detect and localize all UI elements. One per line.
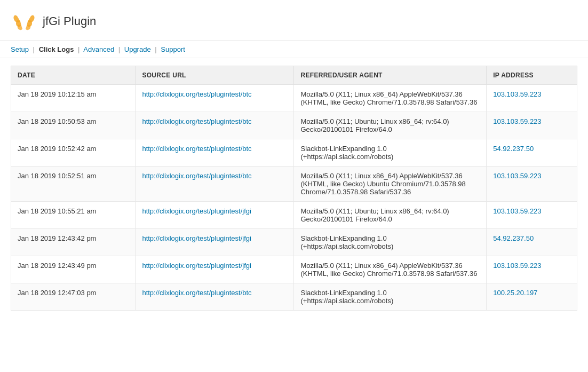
cell-ip: 103.103.59.223 [487, 256, 577, 283]
ip-link[interactable]: 103.103.59.223 [493, 117, 541, 125]
nav-upgrade[interactable]: Upgrade [124, 45, 151, 53]
cell-ip: 103.103.59.223 [487, 112, 577, 139]
ip-link[interactable]: 103.103.59.223 [493, 262, 541, 270]
cell-user-agent: Mozilla/5.0 (X11; Linux x86_64) AppleWeb… [294, 256, 487, 283]
nav-sep-3: | [118, 45, 120, 53]
cell-user-agent: Slackbot-LinkExpanding 1.0 (+https://api… [294, 229, 487, 256]
cell-ip: 54.92.237.50 [487, 139, 577, 167]
cell-date: Jan 18 2019 10:12:15 am [11, 85, 136, 112]
ip-link[interactable]: 103.103.59.223 [493, 207, 541, 215]
table-row: Jan 18 2019 10:50:53 amhttp://clixlogix.… [11, 112, 577, 139]
cell-user-agent: Slackbot-LinkExpanding 1.0 (+https://api… [294, 139, 487, 167]
ip-link[interactable]: 54.92.237.50 [493, 145, 534, 153]
cell-user-agent: Mozilla/5.0 (X11; Ubuntu; Linux x86_64; … [294, 112, 487, 139]
cell-source-url: http://clixlogix.org/test/plugintest/btc [136, 85, 294, 112]
source-url-link[interactable]: http://clixlogix.org/test/plugintest/jfg… [142, 234, 251, 242]
cell-source-url: http://clixlogix.org/test/plugintest/btc [136, 283, 294, 311]
table-row: Jan 18 2019 10:12:15 amhttp://clixlogix.… [11, 85, 577, 112]
cell-date: Jan 18 2019 12:47:03 pm [11, 283, 136, 311]
table-row: Jan 18 2019 10:52:42 amhttp://clixlogix.… [11, 139, 577, 167]
logs-table-container: DATE SOURCE URL REFERRED/USER AGENT IP A… [0, 60, 588, 316]
cell-source-url: http://clixlogix.org/test/plugintest/btc [136, 139, 294, 167]
nav-sep-4: | [155, 45, 156, 53]
cell-ip: 103.103.59.223 [487, 85, 577, 112]
cell-source-url: http://clixlogix.org/test/plugintest/jfg… [136, 202, 294, 229]
table-row: Jan 18 2019 12:43:42 pmhttp://clixlogix.… [11, 229, 577, 256]
cell-source-url: http://clixlogix.org/test/plugintest/jfg… [136, 229, 294, 256]
cell-ip: 54.92.237.50 [487, 229, 577, 256]
page-title: jfGi Plugin [43, 14, 96, 28]
table-row: Jan 18 2019 10:55:21 amhttp://clixlogix.… [11, 202, 577, 229]
source-url-link[interactable]: http://clixlogix.org/test/plugintest/btc [142, 172, 251, 180]
table-row: Jan 18 2019 12:43:49 pmhttp://clixlogix.… [11, 256, 577, 283]
nav-sep-2: | [78, 45, 80, 53]
cell-user-agent: Mozilla/5.0 (X11; Linux x86_64) AppleWeb… [294, 85, 487, 112]
table-header-row: DATE SOURCE URL REFERRED/USER AGENT IP A… [11, 66, 577, 85]
cell-source-url: http://clixlogix.org/test/plugintest/jfg… [136, 256, 294, 283]
table-row: Jan 18 2019 10:52:51 amhttp://clixlogix.… [11, 167, 577, 202]
nav-click-logs: Click Logs [39, 45, 74, 53]
cell-date: Jan 18 2019 12:43:49 pm [11, 256, 136, 283]
col-source-url: SOURCE URL [136, 66, 294, 85]
nav-sep-1: | [33, 45, 35, 53]
ip-link[interactable]: 103.103.59.223 [493, 172, 541, 180]
table-row: Jan 18 2019 12:47:03 pmhttp://clixlogix.… [11, 283, 577, 311]
nav-support[interactable]: Support [161, 45, 185, 53]
logs-table: DATE SOURCE URL REFERRED/USER AGENT IP A… [11, 66, 577, 311]
app-header: jfGi Plugin [0, 0, 588, 41]
source-url-link[interactable]: http://clixlogix.org/test/plugintest/jfg… [142, 207, 251, 215]
cell-date: Jan 18 2019 10:52:42 am [11, 139, 136, 167]
ip-link[interactable]: 100.25.20.197 [493, 289, 537, 297]
col-date: DATE [11, 66, 136, 85]
source-url-link[interactable]: http://clixlogix.org/test/plugintest/jfg… [142, 262, 251, 270]
col-user-agent: REFERRED/USER AGENT [294, 66, 487, 85]
cell-date: Jan 18 2019 10:55:21 am [11, 202, 136, 229]
cell-user-agent: Mozilla/5.0 (X11; Ubuntu; Linux x86_64; … [294, 202, 487, 229]
nav-setup[interactable]: Setup [11, 45, 29, 53]
cell-source-url: http://clixlogix.org/test/plugintest/btc [136, 167, 294, 202]
ip-link[interactable]: 54.92.237.50 [493, 234, 534, 242]
cell-user-agent: Mozilla/5.0 (X11; Linux x86_64) AppleWeb… [294, 167, 487, 202]
source-url-link[interactable]: http://clixlogix.org/test/plugintest/btc [142, 145, 251, 153]
source-url-link[interactable]: http://clixlogix.org/test/plugintest/btc [142, 117, 251, 125]
cell-ip: 100.25.20.197 [487, 283, 577, 311]
cell-date: Jan 18 2019 10:52:51 am [11, 167, 136, 202]
cell-ip: 103.103.59.223 [487, 167, 577, 202]
nav-bar: Setup | Click Logs | Advanced | Upgrade … [0, 41, 588, 58]
nav-advanced[interactable]: Advanced [83, 45, 114, 53]
app-logo [11, 9, 36, 34]
ip-link[interactable]: 103.103.59.223 [493, 90, 541, 98]
cell-user-agent: Slackbot-LinkExpanding 1.0 (+https://api… [294, 283, 487, 311]
cell-source-url: http://clixlogix.org/test/plugintest/btc [136, 112, 294, 139]
col-ip-address: IP ADDRESS [487, 66, 577, 85]
cell-date: Jan 18 2019 10:50:53 am [11, 112, 136, 139]
cell-ip: 103.103.59.223 [487, 202, 577, 229]
source-url-link[interactable]: http://clixlogix.org/test/plugintest/btc [142, 90, 251, 98]
cell-date: Jan 18 2019 12:43:42 pm [11, 229, 136, 256]
source-url-link[interactable]: http://clixlogix.org/test/plugintest/btc [142, 289, 251, 297]
